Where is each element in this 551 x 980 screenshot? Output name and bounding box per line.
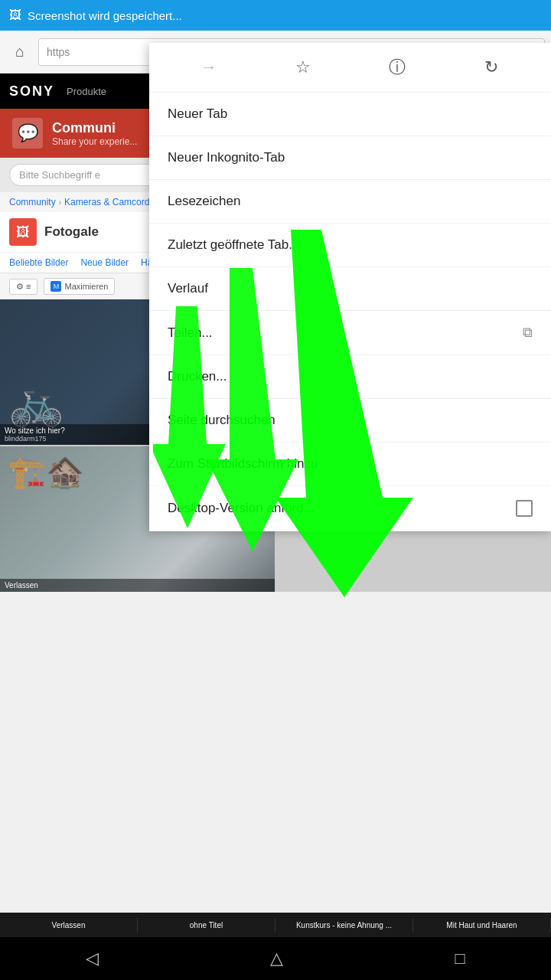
bottom-tab-3[interactable]: Kunstkurs - keine Ahnung ... bbox=[276, 918, 413, 933]
menu-label: Lesezeichen bbox=[168, 194, 240, 209]
copy-icon: ⧉ bbox=[523, 325, 533, 341]
menu-label: Zuletzt geöffnete Tab... bbox=[168, 237, 299, 253]
back-button[interactable]: ◁ bbox=[86, 949, 99, 969]
settings-button[interactable]: ⚙ ≡ bbox=[9, 279, 37, 295]
chat-icon: 💬 bbox=[18, 123, 38, 143]
recents-button[interactable]: □ bbox=[455, 949, 465, 969]
maximieren-label: Maximieren bbox=[64, 282, 108, 291]
status-bar: 🖼 Screenshot wird gespeichert... bbox=[0, 0, 551, 31]
bottom-tab-1[interactable]: Verlassen bbox=[0, 918, 138, 933]
menu-item-lesezeichen[interactable]: Lesezeichen bbox=[149, 180, 551, 224]
fotogalerie-icon: 🖼 bbox=[9, 218, 37, 246]
card-caption: Verlassen bbox=[0, 579, 275, 592]
menu-label: Desktop-Version anford... bbox=[168, 501, 315, 516]
info-icon: ⓘ bbox=[389, 56, 406, 79]
reload-icon: ↻ bbox=[484, 57, 498, 77]
address-text: https bbox=[47, 46, 70, 58]
community-info: Communi Share your experie... bbox=[52, 120, 137, 147]
menu-label: Verlauf bbox=[168, 281, 208, 296]
forward-icon: → bbox=[201, 57, 217, 77]
tab-beliebte[interactable]: Beliebte Bilder bbox=[9, 257, 68, 268]
maximieren-button[interactable]: M Maximieren bbox=[44, 278, 115, 295]
community-subtitle: Share your experie... bbox=[52, 136, 137, 147]
star-icon: ☆ bbox=[295, 57, 311, 77]
home-icon: ⌂ bbox=[15, 43, 24, 60]
breadcrumb-separator: › bbox=[59, 198, 61, 207]
menu-item-desktop[interactable]: Desktop-Version anford... bbox=[149, 486, 551, 531]
sony-logo: SONY bbox=[9, 83, 54, 100]
menu-label: Seite durchsuchen bbox=[168, 413, 276, 428]
settings-icon: ⚙ ≡ bbox=[16, 282, 31, 291]
menu-item-startbildschirm[interactable]: Zum Startbildschirm hinzu bbox=[149, 443, 551, 486]
nav-bar: ◁ △ □ bbox=[0, 937, 551, 980]
menu-label: Teilen... bbox=[168, 325, 213, 341]
reload-button[interactable]: ↻ bbox=[474, 51, 508, 84]
breadcrumb-item-1[interactable]: Community bbox=[9, 197, 56, 207]
info-button[interactable]: ⓘ bbox=[380, 51, 414, 84]
menu-item-drucken[interactable]: Drucken... bbox=[149, 355, 551, 399]
forward-button[interactable]: → bbox=[192, 51, 226, 84]
dropdown-toolbar: → ☆ ⓘ ↻ bbox=[149, 43, 551, 93]
menu-item-inkognito[interactable]: Neuer Inkognito-Tab bbox=[149, 136, 551, 180]
bottom-tab-4[interactable]: Mit Haut und Haaren bbox=[413, 918, 551, 933]
menu-item-neuer-tab[interactable]: Neuer Tab bbox=[149, 93, 551, 136]
menu-item-teilen[interactable]: Teilen... ⧉ bbox=[149, 311, 551, 355]
search-placeholder: Bitte Suchbegriff e bbox=[19, 169, 100, 181]
home-icon: △ bbox=[270, 949, 283, 968]
bookmark-button[interactable]: ☆ bbox=[286, 51, 320, 84]
community-icon: 💬 bbox=[12, 118, 43, 149]
home-button[interactable]: △ bbox=[270, 949, 283, 969]
community-title: Communi bbox=[52, 120, 137, 136]
breadcrumb-item-2[interactable]: Kameras & Camcorder bbox=[64, 197, 158, 207]
sony-nav: Produkte bbox=[67, 86, 106, 97]
status-text: Screenshot wird gespeichert... bbox=[28, 9, 182, 22]
menu-label: Zum Startbildschirm hinzu bbox=[168, 456, 318, 472]
menu-label: Drucken... bbox=[168, 369, 227, 384]
screenshot-icon: 🖼 bbox=[9, 8, 21, 22]
fotogalerie-title: Fotogale bbox=[44, 224, 99, 240]
bottom-tabs-bar: Verlassen ohne Titel Kunstkurs - keine A… bbox=[0, 913, 551, 937]
menu-label: Neuer Inkognito-Tab bbox=[168, 150, 285, 165]
recents-icon: □ bbox=[455, 949, 465, 968]
menu-item-verlauf[interactable]: Verlauf bbox=[149, 267, 551, 311]
menu-item-suchen[interactable]: Seite durchsuchen bbox=[149, 399, 551, 443]
menu-label: Neuer Tab bbox=[168, 106, 227, 122]
menu-item-zuletzt[interactable]: Zuletzt geöffnete Tab... bbox=[149, 224, 551, 267]
checkbox-icon[interactable] bbox=[516, 500, 533, 517]
bottom-tab-2[interactable]: ohne Titel bbox=[138, 918, 276, 933]
card-title: Verlassen bbox=[5, 581, 270, 590]
browser-home-button[interactable]: ⌂ bbox=[6, 38, 34, 66]
bike-decoration: 🚲 bbox=[8, 375, 65, 430]
context-menu-dropdown: → ☆ ⓘ ↻ Neuer Tab Neuer Inkognito-Tab Le… bbox=[149, 43, 551, 531]
tab-neue[interactable]: Neue Bilder bbox=[80, 257, 129, 268]
back-icon: ◁ bbox=[86, 949, 99, 968]
m-badge: M bbox=[51, 281, 61, 292]
